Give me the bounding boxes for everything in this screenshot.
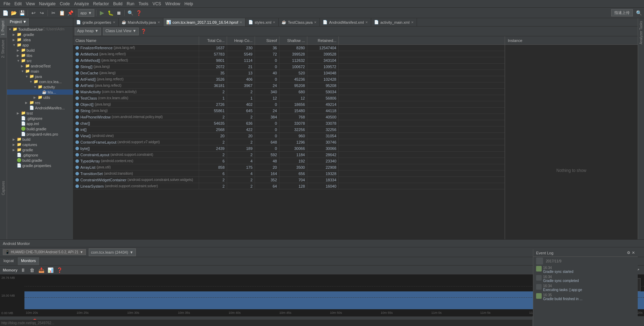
menu-file[interactable]: File xyxy=(1,1,12,7)
list-item[interactable]: 🟢 build.gradle xyxy=(7,158,73,163)
menu-analyze[interactable]: Analyze xyxy=(72,1,91,7)
list-item[interactable]: 🟢 build.gradle xyxy=(7,126,73,131)
menu-edit[interactable]: Edit xyxy=(12,1,24,7)
save-btn[interactable]: 💾 xyxy=(18,9,26,17)
table-row[interactable]: ArtMethod (java.lang.reflect) 57783 5549… xyxy=(73,51,505,57)
app-heap-dropdown[interactable]: App heap ▼ xyxy=(75,28,101,35)
list-item[interactable]: 📄 .gitignore xyxy=(7,116,73,121)
table-row[interactable]: ArtMethod[] (java.lang.reflect) 9801 111… xyxy=(73,57,505,64)
table-row[interactable]: String (java.lang) 55861 645 24 15480 44… xyxy=(73,108,505,114)
table-row[interactable]: LinearSystem (android.support.constraint… xyxy=(73,183,505,189)
menu-vcs[interactable]: VCS xyxy=(151,1,163,7)
list-item[interactable]: ▶ 📁 build xyxy=(7,48,73,53)
list-item[interactable]: ▶ 📁 .idea xyxy=(7,37,73,42)
table-row[interactable]: ArtField[] (java.lang.reflect) 3526 406 … xyxy=(73,76,505,82)
help-btn[interactable]: ❓ xyxy=(135,9,142,17)
list-item[interactable]: ▼ 📁 main xyxy=(7,68,73,74)
structure-side-tab[interactable]: 2: Structure xyxy=(0,37,7,60)
search-btn[interactable]: 🔍 xyxy=(126,9,134,17)
table-row[interactable]: ArrayList (java.util) 858 175 20 3500 22… xyxy=(73,164,505,171)
menu-refactor[interactable]: Refactor xyxy=(91,1,111,7)
list-item[interactable]: ▶ 📁 utils xyxy=(7,95,73,100)
th-class-name[interactable]: Class Name xyxy=(73,36,199,44)
paste-btn[interactable]: 📌 xyxy=(66,9,74,17)
device-dropdown-arrow[interactable]: ▼ xyxy=(80,250,83,254)
upload-btn[interactable]: 指速上传 xyxy=(611,9,633,16)
class-list-dropdown[interactable]: Class List View ▼ xyxy=(103,28,139,35)
gc-btn[interactable]: 🗑 xyxy=(29,267,36,274)
open-btn[interactable]: 📂 xyxy=(10,9,17,17)
menu-help[interactable]: Help xyxy=(182,1,195,7)
analyzer-tasks-tab[interactable]: Analyzer Tasks xyxy=(639,21,643,44)
list-item[interactable]: ▶ 📁 gradle xyxy=(7,147,73,152)
list-item[interactable]: ▶ 📁 captures xyxy=(7,142,73,147)
search-everywhere-btn[interactable]: 🔍 xyxy=(635,9,643,17)
list-item[interactable]: 📄 AndroidManifes... xyxy=(7,105,73,110)
logcat-tab[interactable]: logcat xyxy=(0,257,17,265)
list-item[interactable]: 📄 .gitignore xyxy=(7,152,73,158)
table-row[interactable]: HwPhoneWindow (com.android.internal.poli… xyxy=(73,114,505,120)
table-row[interactable]: MainActivity (com.tcx.learn.activity) 2 … xyxy=(73,89,505,95)
tab-mainactivity[interactable]: ☕ MainActivity.java ✕ xyxy=(119,18,163,26)
list-item[interactable]: ▶ 📁 res xyxy=(7,100,73,105)
table-row[interactable]: TypedArray (android.content.res) 6 4 48 … xyxy=(73,158,505,164)
close-icon[interactable]: ✕ xyxy=(365,21,368,24)
table-row[interactable]: Object[] (java.lang) 2726 402 0 18656 49… xyxy=(73,101,505,108)
cut-btn[interactable]: ✂ xyxy=(50,9,57,17)
list-item[interactable]: ▶ 📁 libs xyxy=(7,53,73,58)
menu-build[interactable]: Build xyxy=(111,1,125,7)
menu-window[interactable]: Window xyxy=(163,1,182,7)
list-item[interactable]: ☕ Ma... xyxy=(7,89,73,95)
list-item[interactable]: 📄 gradle.properties xyxy=(7,163,73,168)
menu-tools[interactable]: Tools xyxy=(137,1,151,7)
sidebar-tab-project[interactable]: Project ▼ xyxy=(7,18,30,26)
tab-styles[interactable]: 📄 styles.xml ✕ xyxy=(246,18,279,26)
close-icon[interactable]: ✕ xyxy=(158,21,160,24)
help-mem-btn[interactable]: ❓ xyxy=(56,267,63,274)
list-item[interactable]: ▼ 📁 activity xyxy=(7,84,73,89)
stop-btn[interactable]: ⏹ xyxy=(115,9,123,17)
table-row[interactable]: ArtField (java.lang.reflect) 36181 3967 … xyxy=(73,82,505,89)
close-icon[interactable]: ✕ xyxy=(113,21,116,24)
tab-gradle-properties[interactable]: 📄 gradle.properties ✕ xyxy=(73,18,119,26)
list-item[interactable]: 📄 proguard-rules.pro xyxy=(7,131,73,137)
table-row[interactable]: ConstraintLayout (android.support.constr… xyxy=(73,152,505,158)
menu-run[interactable]: Run xyxy=(125,1,137,7)
menu-code[interactable]: Code xyxy=(58,1,72,7)
th-retained[interactable]: Retained... xyxy=(307,36,339,44)
list-item[interactable]: 📄 app.iml xyxy=(7,121,73,126)
list-item[interactable]: ▶ 📁 test xyxy=(7,110,73,116)
list-item[interactable]: ▶ 📁 build xyxy=(7,137,73,142)
table-row[interactable]: TransitionSet (android.transition) 6 4 1… xyxy=(73,171,505,177)
project-side-tab[interactable]: 1: Project xyxy=(0,18,7,37)
list-item[interactable]: ▶ 📁 .gradle xyxy=(7,32,73,37)
tree-item-root[interactable]: ▼ 📁 ToolsBaseUse C:\Users\Adm xyxy=(7,27,73,32)
tab-testclass[interactable]: ☕ TestClass.java ✕ xyxy=(279,18,320,26)
new-file-btn[interactable]: 📄 xyxy=(1,9,9,17)
tab-manifest[interactable]: 📄 AndroidManifest.xml ✕ xyxy=(320,18,371,26)
tab-hprof[interactable]: 📊 com.tcx.learn_2017.11.09_16.54.hprof ✕ xyxy=(163,18,246,26)
menu-navigate[interactable]: Navigate xyxy=(37,1,58,7)
copy-btn[interactable]: 📋 xyxy=(58,9,66,17)
package-dropdown[interactable]: com.tcx.learn (24434) ▼ xyxy=(89,248,136,256)
table-row[interactable]: FinalizerReference (java.lang.ref) 1637 … xyxy=(73,45,505,51)
close-icon[interactable]: ✕ xyxy=(273,21,276,24)
table-row[interactable]: int[] 2568 422 0 32256 32256 xyxy=(73,126,505,133)
app-dropdown[interactable]: app ▼ xyxy=(78,9,94,17)
dump-heap-btn[interactable]: 📥 xyxy=(38,267,45,274)
th-shallow[interactable]: Shallow ... xyxy=(279,36,307,44)
table-row[interactable]: char[] 54635 636 0 33078 33078 xyxy=(73,120,505,126)
monitors-tab[interactable]: Monitors xyxy=(17,257,39,265)
alloc-tracking-btn[interactable]: 📊 xyxy=(47,267,54,274)
pause-btn[interactable]: ⏸ xyxy=(20,267,27,274)
table-row[interactable]: String[] (java.lang) 2072 21 0 100672 10… xyxy=(73,64,505,70)
menu-view[interactable]: View xyxy=(24,1,37,7)
table-row[interactable]: ConstraintWidgetContainer (android.suppo… xyxy=(73,177,505,183)
th-total[interactable]: Total Co... xyxy=(199,36,227,44)
th-heap[interactable]: Heap Co... xyxy=(227,36,255,44)
debug-btn[interactable]: 🐛 xyxy=(107,9,114,17)
table-row[interactable]: byte[] 2439 189 0 30066 30066 xyxy=(73,145,505,152)
event-log-settings-icon[interactable]: ⚙ xyxy=(627,251,630,255)
table-row[interactable]: DexCache (java.lang) 35 13 40 520 104048 xyxy=(73,70,505,76)
list-item[interactable]: ▼ 📁 app xyxy=(7,42,73,48)
